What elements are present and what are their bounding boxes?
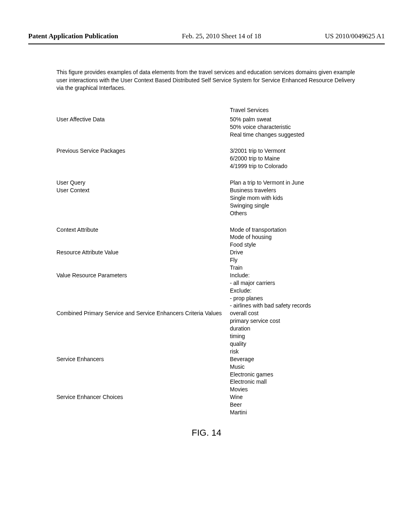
page-header: Patent Application Publication Feb. 25, … xyxy=(28,32,385,44)
data-row: User Affective Data50% palm sweat50% voi… xyxy=(56,116,385,139)
row-value: Movies xyxy=(230,386,385,393)
row-values: Mode of transportationMode of housingFoo… xyxy=(230,226,385,249)
header-left: Patent Application Publication xyxy=(28,32,118,40)
row-value: 3/2001 trip to Vermont xyxy=(230,147,385,155)
row-value: duration xyxy=(230,325,385,332)
row-value: Beer xyxy=(230,401,385,409)
row-value: Wine xyxy=(230,393,385,401)
row-value: Electronic mall xyxy=(230,378,385,386)
row-value: Music xyxy=(230,363,385,371)
row-label: Resource Attribute Value xyxy=(56,249,230,272)
row-value: risk xyxy=(230,348,385,355)
gap xyxy=(56,170,385,179)
row-value: primary service cost xyxy=(230,317,385,325)
row-value: timing xyxy=(230,332,385,340)
row-value: Single mom with kids xyxy=(230,194,385,202)
row-value: 50% voice characteristic xyxy=(230,123,385,131)
row-value: overall cost xyxy=(230,310,385,317)
row-value: Electronic games xyxy=(230,371,385,378)
row-value: Swinging single xyxy=(230,202,385,210)
gap xyxy=(56,138,385,147)
header-center: Feb. 25, 2010 Sheet 14 of 18 xyxy=(182,32,261,40)
row-value: Business travelers xyxy=(230,187,385,194)
data-row: Previous Service Packages3/2001 trip to … xyxy=(56,147,385,170)
row-value: 50% palm sweat xyxy=(230,116,385,123)
row-values: BeverageMusicElectronic gamesElectronic … xyxy=(230,355,385,393)
row-values: 3/2001 trip to Vermont6/2000 trip to Mai… xyxy=(230,147,385,170)
header-right: US 2010/0049625 A1 xyxy=(325,32,385,40)
row-values: DriveFlyTrain xyxy=(230,249,385,272)
row-value: quality xyxy=(230,340,385,348)
figure-label: FIG. 14 xyxy=(28,428,385,438)
row-value: - airlines with bad safety records xyxy=(230,302,385,310)
row-label: Combined Primary Service and Service Enh… xyxy=(56,310,230,355)
row-values: Plan a trip to Vermont in June xyxy=(230,179,385,187)
data-row: User QueryPlan a trip to Vermont in June xyxy=(56,179,385,187)
row-values: overall costprimary service costduration… xyxy=(230,310,385,355)
data-row: Service Enhancer ChoicesWineBeerMartini xyxy=(56,393,385,416)
data-row: Resource Attribute ValueDriveFlyTrain xyxy=(56,249,385,272)
row-label: Service Enhancers xyxy=(56,355,230,393)
gap xyxy=(56,217,385,226)
data-row: Combined Primary Service and Service Enh… xyxy=(56,310,385,355)
row-label: Service Enhancer Choices xyxy=(56,393,230,416)
row-value: Plan a trip to Vermont in June xyxy=(230,179,385,187)
column-header-travel: Travel Services xyxy=(230,107,385,113)
row-value: Drive xyxy=(230,249,385,256)
row-value: 6/2000 trip to Maine xyxy=(230,155,385,162)
row-label: User Query xyxy=(56,179,230,187)
row-values: WineBeerMartini xyxy=(230,393,385,416)
row-value: Fly xyxy=(230,256,385,264)
row-value: - all major carriers xyxy=(230,279,385,287)
row-values: 50% palm sweat50% voice characteristicRe… xyxy=(230,116,385,139)
row-value: Real time changes suggested xyxy=(230,131,385,139)
row-value: Food style xyxy=(230,241,385,249)
data-row: Context AttributeMode of transportationM… xyxy=(56,226,385,249)
row-value: - prop planes xyxy=(230,295,385,302)
row-label: Context Attribute xyxy=(56,226,230,249)
data-row: Value Resource ParametersInclude:- all m… xyxy=(56,272,385,310)
row-value: Mode of housing xyxy=(230,233,385,241)
row-value: Others xyxy=(230,210,385,217)
row-value: Exclude: xyxy=(230,287,385,295)
row-label: Previous Service Packages xyxy=(56,147,230,170)
row-value: 4/1999 trip to Colorado xyxy=(230,162,385,170)
row-values: Include:- all major carriersExclude:- pr… xyxy=(230,272,385,310)
row-value: Include: xyxy=(230,272,385,279)
content-table: User Affective Data50% palm sweat50% voi… xyxy=(56,116,385,416)
row-label: User Affective Data xyxy=(56,116,230,139)
row-value: Train xyxy=(230,264,385,272)
data-row: User ContextBusiness travelersSingle mom… xyxy=(56,187,385,217)
row-value: Beverage xyxy=(230,355,385,363)
intro-text: This figure provides examples of data el… xyxy=(56,69,361,92)
page: Patent Application Publication Feb. 25, … xyxy=(0,0,413,454)
row-label: User Context xyxy=(56,187,230,217)
row-values: Business travelersSingle mom with kidsSw… xyxy=(230,187,385,217)
row-label: Value Resource Parameters xyxy=(56,272,230,310)
row-value: Martini xyxy=(230,409,385,416)
data-row: Service EnhancersBeverageMusicElectronic… xyxy=(56,355,385,393)
row-value: Mode of transportation xyxy=(230,226,385,234)
